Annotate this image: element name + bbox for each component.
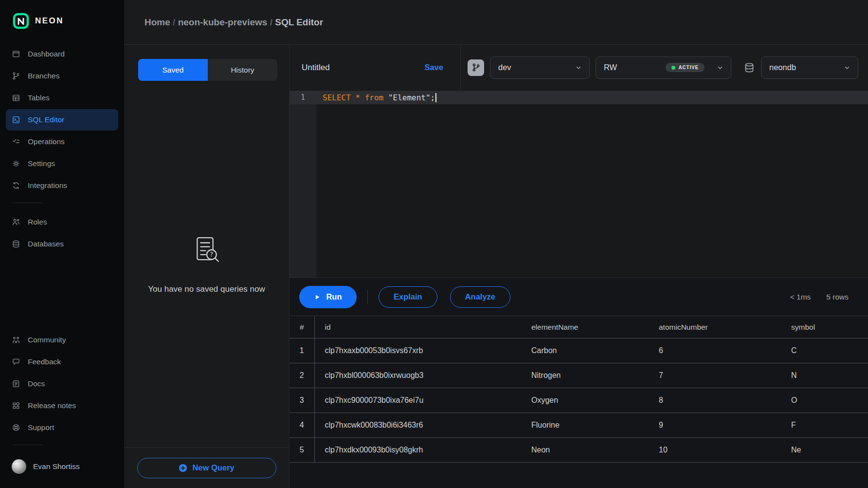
sidebar-item-sql-editor[interactable]: SQL Editor — [6, 109, 118, 131]
query-duration: < 1ms — [790, 293, 811, 301]
compute-select-value: RW — [604, 63, 617, 72]
tab-history[interactable]: History — [208, 59, 277, 81]
table-cell: clp7hxaxb00053b0isvs67xrb — [314, 338, 524, 363]
save-button[interactable]: Save — [424, 63, 443, 72]
code-token: * — [355, 93, 360, 102]
breadcrumb: Home / neon-kube-previews / SQL Editor — [124, 0, 868, 45]
brand-logo[interactable]: NEON — [0, 0, 124, 41]
table-cell: clp7hxc9000073b0ixa76ei7u — [314, 388, 524, 413]
divider — [367, 290, 368, 304]
breadcrumb-item: SQL Editor — [275, 17, 323, 28]
table-cell: 2 — [289, 363, 314, 388]
text-cursor — [435, 93, 436, 102]
svg-text:?: ? — [210, 251, 213, 258]
docs-icon — [12, 379, 20, 388]
feedback-icon — [12, 357, 20, 366]
chevron-down-icon — [575, 64, 582, 72]
app: NEON DashboardBranchesTablesSQL EditorOp… — [0, 0, 868, 488]
sidebar-item-integrations[interactable]: Integrations — [6, 175, 118, 196]
code-token: "Element" — [388, 93, 431, 102]
sidebar-item-community[interactable]: Community — [6, 329, 118, 351]
sidebar-item-label: Support — [28, 423, 54, 432]
sidebar-item-label: SQL Editor — [28, 115, 64, 124]
table-row: 3clp7hxc9000073b0ixa76ei7uOxygen8O — [289, 388, 868, 413]
table-row: 1clp7hxaxb00053b0isvs67xrbCarbon6C — [289, 338, 868, 363]
table-cell: Carbon — [524, 338, 651, 363]
avatar — [12, 459, 26, 474]
table-cell: F — [783, 413, 868, 438]
sidebar-divider — [13, 203, 43, 203]
branch-select-value: dev — [498, 63, 511, 72]
table-cell: 3 — [289, 388, 314, 413]
release-notes-icon — [12, 401, 20, 410]
sidebar-item-label: Tables — [28, 94, 50, 102]
brand-wordmark: NEON — [35, 16, 64, 26]
run-button[interactable]: Run — [299, 286, 357, 308]
table-cell: 6 — [651, 338, 783, 363]
table-cell: Fluorine — [524, 413, 651, 438]
table-cell: Ne — [783, 438, 868, 463]
new-query-button[interactable]: New Query — [137, 458, 276, 478]
results-panel: #idelementNameatomicNumbersymbol 1clp7hx… — [289, 316, 868, 488]
chevron-down-icon — [716, 64, 724, 72]
action-bar: Run Explain Analyze < 1ms 5 rows — [289, 278, 868, 316]
results-table: #idelementNameatomicNumbersymbol 1clp7hx… — [289, 316, 868, 463]
sidebar-item-operations[interactable]: Operations — [6, 131, 118, 152]
git-branch-icon — [468, 59, 484, 76]
sidebar-item-roles[interactable]: Roles — [6, 211, 118, 233]
sidebar-item-release-notes[interactable]: Release notes — [6, 395, 118, 416]
sidebar-item-feedback[interactable]: Feedback — [6, 351, 118, 373]
branch-select[interactable]: dev — [490, 56, 590, 79]
plus-circle-icon — [179, 464, 187, 472]
sidebar-item-label: Integrations — [28, 181, 67, 190]
sidebar-item-branches[interactable]: Branches — [6, 65, 118, 87]
table-cell: 8 — [651, 388, 783, 413]
breadcrumb-item[interactable]: neon-kube-previews — [178, 17, 268, 28]
tables-icon — [12, 94, 20, 102]
code-token: from — [365, 93, 384, 102]
table-cell: 5 — [289, 438, 314, 463]
breadcrumb-item[interactable]: Home — [145, 17, 170, 28]
databases-icon — [12, 240, 20, 248]
column-header: id — [314, 316, 524, 338]
code-token: ; — [431, 93, 435, 102]
query-title[interactable]: Untitled — [302, 63, 330, 73]
explain-button[interactable]: Explain — [379, 286, 437, 308]
document-search-icon: ? — [189, 234, 225, 272]
compute-select[interactable]: RW ACTIVE — [596, 56, 731, 79]
new-query-label: New Query — [192, 463, 234, 472]
sidebar-item-databases[interactable]: Databases — [6, 233, 118, 255]
sidebar-item-docs[interactable]: Docs — [6, 373, 118, 394]
column-header: # — [289, 316, 314, 338]
roles-icon — [12, 218, 20, 226]
community-icon — [12, 336, 20, 344]
saved-history-toggle: SavedHistory — [138, 59, 277, 81]
code-token — [351, 93, 356, 102]
tab-saved[interactable]: Saved — [138, 59, 208, 81]
table-cell: N — [783, 363, 868, 388]
column-header: symbol — [783, 316, 868, 338]
sidebar-item-label: Docs — [28, 379, 45, 388]
analyze-button[interactable]: Analyze — [450, 286, 510, 308]
sidebar-item-settings[interactable]: Settings — [6, 153, 118, 174]
breadcrumb-separator: / — [170, 17, 178, 28]
sidebar-item-label: Branches — [28, 72, 59, 80]
user-menu[interactable]: Evan Shortiss — [6, 456, 118, 477]
database-select[interactable]: neondb — [761, 56, 858, 79]
sidebar-item-tables[interactable]: Tables — [6, 87, 118, 109]
settings-icon — [12, 159, 20, 168]
editor-gutter — [289, 91, 316, 278]
table-cell: 4 — [289, 413, 314, 438]
sql-editor[interactable]: 1 SELECT * from "Element"; — [289, 91, 868, 278]
dashboard-icon — [12, 50, 20, 58]
sidebar-item-support[interactable]: Support — [6, 417, 118, 438]
table-cell: Oxygen — [524, 388, 651, 413]
database-select-value: neondb — [769, 63, 796, 72]
table-row: 5clp7hxdkx00093b0isy08gkrhNeon10Ne — [289, 438, 868, 463]
table-cell: clp7hxcwk00083b0i6i3463r6 — [314, 413, 524, 438]
sidebar-item-label: Operations — [28, 137, 65, 146]
integrations-icon — [12, 181, 20, 190]
sidebar-item-dashboard[interactable]: Dashboard — [6, 43, 118, 65]
status-badge: ACTIVE — [666, 63, 705, 72]
code-line: 1 SELECT * from "Element"; — [289, 91, 868, 104]
